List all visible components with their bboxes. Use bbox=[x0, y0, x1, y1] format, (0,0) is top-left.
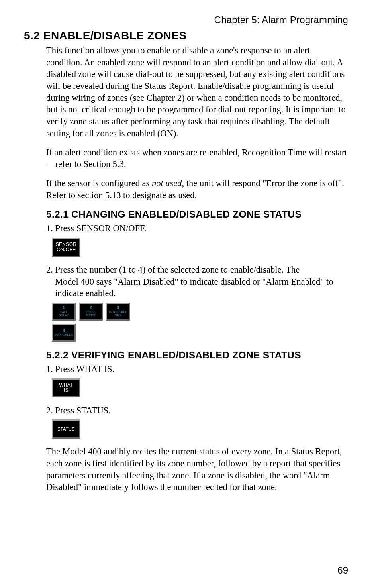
step-522-2: 2. Press STATUS. bbox=[46, 405, 348, 417]
numkey-2: 2 VOICE REPS bbox=[79, 303, 103, 321]
number-keys-group: 1 CALL DELAY 2 VOICE REPS 3 INTERCALL TI… bbox=[52, 303, 348, 342]
numkey-3-l2: TIME bbox=[114, 314, 122, 317]
step-521-1: 1. Press SENSOR ON/OFF. bbox=[46, 222, 348, 234]
status-key-l1: STATUS bbox=[57, 427, 75, 432]
numkey-2-num: 2 bbox=[90, 306, 92, 310]
numkey-2-l2: REPS bbox=[86, 314, 96, 317]
step-521-2-l1: 2. Press the number (1 to 4) of the sele… bbox=[46, 265, 300, 275]
section-heading: 5.2 ENABLE/DISABLE ZONES bbox=[24, 29, 348, 42]
body-522-p: The Model 400 audibly recites the curren… bbox=[46, 446, 348, 493]
whatis-key-row: WHAT IS bbox=[52, 378, 348, 397]
step-521-2-l2: Model 400 says "Alarm Disabled" to indic… bbox=[55, 276, 348, 299]
subsection-521-heading: 5.2.1 CHANGING ENABLED/DISABLED ZONE STA… bbox=[46, 209, 348, 220]
numkey-4-num: 4 bbox=[63, 329, 65, 333]
numkey-1-num: 1 bbox=[63, 306, 65, 310]
step-522-1: 1. Press WHAT IS. bbox=[46, 363, 348, 375]
numkey-4-l1: MAX CALLS bbox=[55, 333, 73, 336]
sensor-key-l2: ON/OFF bbox=[57, 247, 75, 252]
subsection-522-heading: 5.2.2 VERIFYING ENABLED/DISABLED ZONE ST… bbox=[46, 350, 348, 361]
chapter-header: Chapter 5: Alarm Programming bbox=[24, 14, 348, 26]
numkey-3-num: 3 bbox=[117, 306, 119, 310]
p3-italic: not used bbox=[152, 178, 182, 188]
p3-part-a: If the sensor is configured as bbox=[46, 178, 152, 188]
status-key-row: STATUS bbox=[52, 419, 348, 439]
numkey-1: 1 CALL DELAY bbox=[52, 303, 76, 321]
whatis-key-l1: WHAT bbox=[59, 383, 73, 388]
numkey-1-l2: DELAY bbox=[59, 314, 69, 317]
status-key: STATUS bbox=[52, 419, 80, 439]
numkey-3: 3 INTERCALL TIME bbox=[106, 303, 130, 321]
page-number: 69 bbox=[337, 565, 348, 576]
sensor-key-row: SENSOR ON/OFF bbox=[52, 238, 348, 257]
body-p2: If an alert condition exists when zones … bbox=[46, 147, 348, 170]
whatis-key-l2: IS bbox=[64, 388, 69, 393]
numkey-4: 4 MAX CALLS bbox=[52, 324, 76, 342]
whatis-key: WHAT IS bbox=[52, 378, 80, 397]
body-p3: If the sensor is configured as not used,… bbox=[46, 177, 348, 201]
sensor-onoff-key: SENSOR ON/OFF bbox=[52, 238, 80, 257]
body-p1: This function allows you to enable or di… bbox=[46, 45, 348, 140]
step-521-2: 2. Press the number (1 to 4) of the sele… bbox=[46, 264, 348, 299]
